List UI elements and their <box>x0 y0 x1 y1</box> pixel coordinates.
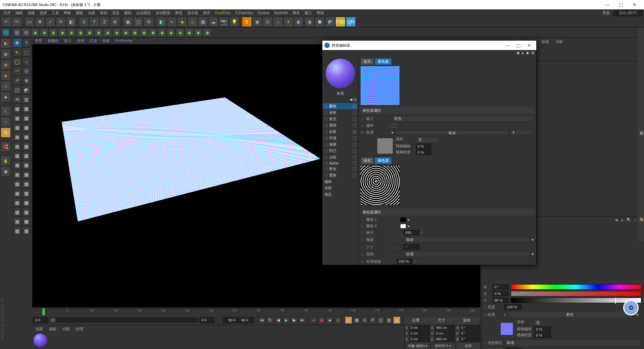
tab-shader-2[interactable]: 着色器 <box>375 157 392 164</box>
mograph-icon[interactable]: ◆ <box>158 28 166 37</box>
coord-field[interactable]: 0 cm <box>410 325 430 330</box>
attr-nav-icon[interactable]: ◀ <box>615 218 618 222</box>
tool-icon[interactable]: ▦ <box>13 142 22 151</box>
texture-menu-icon[interactable]: ▾ <box>510 130 534 135</box>
tool-icon[interactable]: H <box>13 95 22 104</box>
mixmode-dropdown[interactable]: 标准 <box>504 339 641 346</box>
tool-icon[interactable]: ▩ <box>22 226 31 235</box>
menu-item[interactable]: X-Particles <box>233 10 255 15</box>
tool-icon[interactable]: ▩ <box>22 198 31 207</box>
render-region-icon[interactable]: ◫ <box>133 17 143 27</box>
environment-icon[interactable]: ☁ <box>208 17 218 27</box>
frame-start-field[interactable]: 0 F <box>33 317 48 323</box>
noise-type-dropdown[interactable]: 噪波 <box>404 237 530 243</box>
coord-field[interactable]: 400 cm <box>435 337 455 342</box>
mograph-icon[interactable]: ◆ <box>185 28 194 37</box>
mograph-icon[interactable]: ◆ <box>94 28 103 37</box>
color2-swatch[interactable] <box>400 224 406 229</box>
tool-icon[interactable]: ▦ <box>13 160 22 169</box>
frame-input[interactable]: 90 F <box>223 317 238 323</box>
vp-menu-item[interactable]: ProRender <box>113 38 135 43</box>
coord-field[interactable]: 400 cm <box>435 325 455 330</box>
menu-item[interactable]: 运动跟踪 <box>134 10 153 16</box>
menu-item[interactable]: 脚本 <box>290 10 302 16</box>
minimize-button[interactable]: — <box>600 1 614 9</box>
cube-primitive-icon[interactable]: ◧ <box>156 17 166 27</box>
plugin-icon[interactable]: ◩ <box>325 17 335 27</box>
mograph-icon[interactable]: ◆ <box>130 28 139 37</box>
vp-menu-item[interactable]: 选项 <box>75 38 86 44</box>
undo-icon[interactable]: ↶ <box>1 17 11 27</box>
menu-item[interactable]: 编辑 <box>13 10 25 16</box>
nav-menu-icon[interactable]: ⊞ <box>531 51 534 56</box>
tool-icon[interactable]: ▦ <box>13 104 22 113</box>
color1-swatch[interactable] <box>400 217 406 222</box>
channel-checkbox[interactable] <box>353 143 356 146</box>
channel-checkbox[interactable] <box>353 117 356 121</box>
mograph-icon[interactable]: ◆ <box>67 28 76 37</box>
tool-icon[interactable]: ▦ <box>13 132 22 141</box>
tool-icon[interactable]: ◩ <box>22 85 31 94</box>
mograph-icon[interactable]: ◆ <box>40 28 49 37</box>
attributes-tab[interactable]: 属性 <box>637 188 644 242</box>
channel-置换[interactable]: 置换 <box>323 172 358 179</box>
lock-icon[interactable]: 🔒 <box>1 156 11 166</box>
menu-item[interactable]: 网格 <box>62 10 73 16</box>
snap-icon[interactable]: ⊞ <box>13 28 21 37</box>
prev-frame-icon[interactable]: ◀ <box>274 316 282 324</box>
tool-icon[interactable]: ◫ <box>13 85 22 94</box>
color-arrow-icon[interactable]: ▸ <box>408 224 410 228</box>
nav-fwd-icon[interactable]: ▶ <box>527 51 529 56</box>
opt-icon[interactable]: ▥ <box>385 316 392 324</box>
channel-法线[interactable]: 法线 <box>323 154 358 160</box>
preview-target-icon[interactable]: ◎ <box>354 97 357 102</box>
mograph-icon[interactable]: ◆ <box>121 28 130 37</box>
channel-编辑[interactable]: 编辑 <box>323 179 358 185</box>
texture-play-icon[interactable]: ▸ <box>392 130 394 135</box>
plugin-octane-icon[interactable]: ⬢ <box>315 17 325 27</box>
mograph-icon[interactable]: ◆ <box>140 28 148 37</box>
hue-slider[interactable] <box>511 284 641 290</box>
help-icon[interactable]: ? <box>22 38 31 47</box>
sample-dropdown[interactable]: 无 <box>534 319 542 326</box>
blur-offset-field[interactable]: 0 % <box>534 327 551 332</box>
menu-item[interactable]: 捕捉 <box>74 10 85 16</box>
win-maximize-button[interactable]: ▢ <box>513 42 524 49</box>
channel-指定[interactable]: 指定 <box>323 191 358 198</box>
opt-icon[interactable]: ⊙ <box>361 316 368 324</box>
nav-back-icon[interactable]: ◀ <box>516 51 519 56</box>
opt-icon[interactable]: ▮ <box>393 316 400 324</box>
vp-menu-item[interactable]: 查看 <box>33 38 44 44</box>
next-frame-icon[interactable]: ▶ <box>290 316 298 324</box>
channel-checkbox[interactable] <box>353 167 356 171</box>
om-tab[interactable]: 书签 <box>553 39 566 45</box>
tab-basic-2[interactable]: 基本 <box>361 157 374 164</box>
seed-field[interactable]: 665 <box>404 230 419 235</box>
channel-环境[interactable]: 环境 <box>323 135 358 141</box>
menu-item[interactable]: 动画 <box>86 10 97 16</box>
loop-checkbox[interactable] <box>392 124 396 128</box>
tool-icon[interactable]: ▦ <box>13 123 22 132</box>
menu-item[interactable]: 工具 <box>50 10 61 16</box>
light-icon[interactable]: 💡 <box>229 17 239 27</box>
tool-icon[interactable]: ○ <box>22 57 31 66</box>
render-view-icon[interactable]: ▣ <box>123 17 133 27</box>
tool-icon[interactable]: ▦ <box>13 217 22 226</box>
mat-tab[interactable]: 功能 <box>60 326 72 332</box>
sample-dropdown[interactable]: 无 <box>416 137 439 143</box>
coord-field[interactable]: 0 ° <box>460 325 480 330</box>
axis-z-icon[interactable]: Z <box>100 17 110 27</box>
coord-field[interactable]: 0 cm <box>435 331 455 336</box>
channel-checkbox[interactable] <box>353 105 356 108</box>
channel-checkbox[interactable] <box>353 149 356 153</box>
mograph-icon[interactable]: ◆ <box>176 28 184 37</box>
plugin-icon[interactable]: ○ <box>273 17 283 27</box>
sat-field[interactable]: 0 % <box>493 291 509 296</box>
coord-size-dropdown[interactable]: 绝对尺寸 ▾ <box>431 343 455 349</box>
material-item[interactable]: 材质 <box>32 333 49 349</box>
rotate-tool-icon[interactable]: ⟳ <box>56 17 66 27</box>
channel-透明[interactable]: 透明 <box>323 122 358 129</box>
coord-field[interactable]: 0 cm <box>410 331 430 336</box>
generator-icon[interactable]: ◇ <box>187 17 198 27</box>
tool-icon[interactable]: ▥ <box>22 95 31 104</box>
